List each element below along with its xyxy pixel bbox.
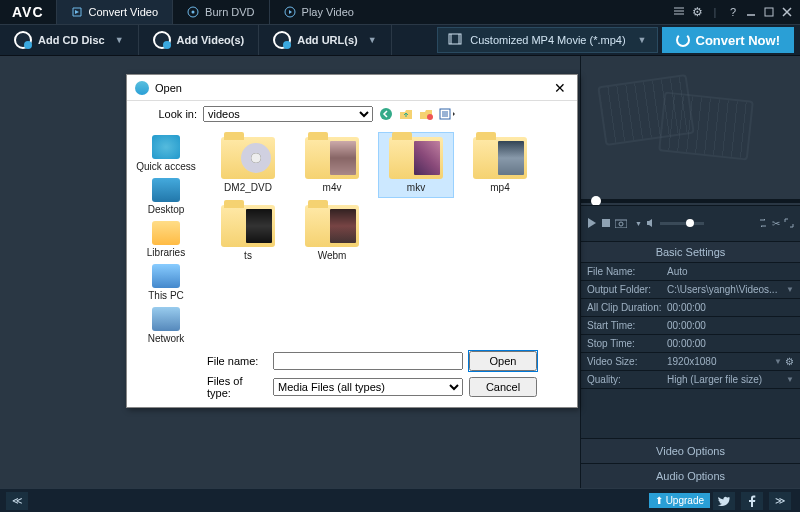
file-name-input[interactable] xyxy=(273,352,463,370)
look-in-select[interactable]: videos xyxy=(203,106,373,122)
file-name-label: File name: xyxy=(207,355,267,367)
video-add-icon xyxy=(153,31,171,49)
folder-ts[interactable]: ts xyxy=(211,201,285,265)
video-options-button[interactable]: Video Options xyxy=(581,438,800,463)
stop-button[interactable] xyxy=(601,218,611,230)
arrow-up-icon: ⬆ xyxy=(655,495,663,506)
output-folder-label: Output Folder: xyxy=(587,284,667,295)
network-icon xyxy=(152,307,180,331)
back-icon[interactable] xyxy=(379,107,393,121)
svg-point-1 xyxy=(192,11,195,14)
folder-m4v[interactable]: m4v xyxy=(295,133,369,197)
facebook-icon[interactable] xyxy=(741,492,763,510)
loop-icon[interactable] xyxy=(758,218,768,230)
tab-play-video[interactable]: Play Video xyxy=(269,0,368,24)
file-name-label: File Name: xyxy=(587,266,667,277)
play-icon xyxy=(284,6,296,18)
folder-webm[interactable]: Webm xyxy=(295,201,369,265)
format-label: Customized MP4 Movie (*.mp4) xyxy=(470,34,625,46)
add-videos-button[interactable]: Add Video(s) xyxy=(139,25,260,55)
disc-add-icon xyxy=(14,31,32,49)
svg-point-9 xyxy=(427,114,433,120)
cut-icon[interactable]: ✂ xyxy=(772,218,780,229)
volume-icon[interactable] xyxy=(646,218,656,230)
file-browser-area[interactable]: DM2_DVD m4v mkv mp4 ts Webm xyxy=(205,127,577,347)
tab-burn-label: Burn DVD xyxy=(205,6,255,18)
maximize-icon[interactable] xyxy=(762,5,776,19)
stop-time-value[interactable]: 00:00:00 xyxy=(667,338,794,349)
upgrade-button[interactable]: ⬆Upgrade xyxy=(649,493,710,508)
new-folder-icon[interactable] xyxy=(419,107,433,121)
svg-point-8 xyxy=(380,108,392,120)
folder-mkv[interactable]: mkv xyxy=(379,133,453,197)
sidebar-desktop[interactable]: Desktop xyxy=(146,176,187,217)
chevron-down-icon[interactable]: ▼ xyxy=(368,35,377,45)
pc-icon xyxy=(152,264,180,288)
convert-icon xyxy=(71,6,83,18)
expand-right-button[interactable]: ≫ xyxy=(769,492,791,510)
sidebar-this-pc[interactable]: This PC xyxy=(146,262,186,303)
clip-duration-value: 00:00:00 xyxy=(667,302,794,313)
seek-slider[interactable] xyxy=(581,199,800,203)
output-folder-value[interactable]: C:\Users\yangh\Videos... xyxy=(667,284,784,295)
collapse-left-button[interactable]: ≪ xyxy=(6,492,28,510)
tab-convert-label: Convert Video xyxy=(89,6,159,18)
dialog-title: Open xyxy=(155,82,182,94)
chevron-down-icon[interactable]: ▼ xyxy=(115,35,124,45)
svg-point-7 xyxy=(619,222,623,226)
up-folder-icon[interactable] xyxy=(399,107,413,121)
folder-dm2-dvd[interactable]: DM2_DVD xyxy=(211,133,285,197)
close-icon[interactable]: ✕ xyxy=(551,80,569,96)
basic-settings-header: Basic Settings xyxy=(581,242,800,263)
sidebar-libraries[interactable]: Libraries xyxy=(145,219,187,260)
tab-burn-dvd[interactable]: Burn DVD xyxy=(172,0,269,24)
menu-icon[interactable] xyxy=(672,5,686,19)
url-add-icon xyxy=(273,31,291,49)
tab-convert-video[interactable]: Convert Video xyxy=(56,0,173,24)
add-videos-label: Add Video(s) xyxy=(177,34,245,46)
output-format-selector[interactable]: Customized MP4 Movie (*.mp4) ▼ xyxy=(437,27,657,53)
volume-slider[interactable] xyxy=(660,222,704,225)
folder-mp4[interactable]: mp4 xyxy=(463,133,537,197)
twitter-icon[interactable] xyxy=(713,492,735,510)
gear-icon[interactable]: ⚙ xyxy=(785,356,794,367)
start-time-value[interactable]: 00:00:00 xyxy=(667,320,794,331)
add-cd-disc-button[interactable]: Add CD Disc ▼ xyxy=(0,25,139,55)
file-name-value[interactable]: Auto xyxy=(667,266,794,277)
look-in-label: Look in: xyxy=(147,108,197,120)
files-of-type-label: Files of type: xyxy=(207,375,267,399)
gear-icon[interactable]: ⚙ xyxy=(690,5,704,19)
svg-rect-6 xyxy=(615,220,627,228)
view-menu-icon[interactable] xyxy=(439,107,453,121)
files-of-type-select[interactable]: Media Files (all types) xyxy=(273,378,463,396)
convert-now-button[interactable]: Convert Now! xyxy=(662,27,795,53)
video-size-label: Video Size: xyxy=(587,356,667,367)
dialog-icon xyxy=(135,81,149,95)
stop-time-label: Stop Time: xyxy=(587,338,667,349)
add-urls-label: Add URL(s) xyxy=(297,34,358,46)
sidebar-quick-access[interactable]: Quick access xyxy=(134,133,197,174)
star-icon xyxy=(152,135,180,159)
libraries-icon xyxy=(152,221,180,245)
add-disc-label: Add CD Disc xyxy=(38,34,105,46)
video-size-value[interactable]: 1920x1080 xyxy=(667,356,772,367)
svg-rect-3 xyxy=(765,8,773,16)
expand-icon[interactable] xyxy=(784,218,794,230)
svg-rect-5 xyxy=(602,219,610,227)
disc-icon xyxy=(187,6,199,18)
add-urls-button[interactable]: Add URL(s) ▼ xyxy=(259,25,391,55)
snapshot-button[interactable] xyxy=(615,218,627,230)
close-icon[interactable] xyxy=(780,5,794,19)
cancel-button[interactable]: Cancel xyxy=(469,377,537,397)
help-icon[interactable]: ? xyxy=(726,5,740,19)
open-button[interactable]: Open xyxy=(469,351,537,371)
open-file-dialog: Open ✕ Look in: videos Quick access Desk… xyxy=(126,74,578,408)
sidebar-network[interactable]: Network xyxy=(146,305,187,346)
app-logo: AVC xyxy=(0,4,56,20)
play-button[interactable] xyxy=(587,218,597,230)
audio-options-button[interactable]: Audio Options xyxy=(581,463,800,488)
minimize-icon[interactable] xyxy=(744,5,758,19)
quality-value[interactable]: High (Larger file size) xyxy=(667,374,784,385)
convert-label: Convert Now! xyxy=(696,33,781,48)
tab-play-label: Play Video xyxy=(302,6,354,18)
